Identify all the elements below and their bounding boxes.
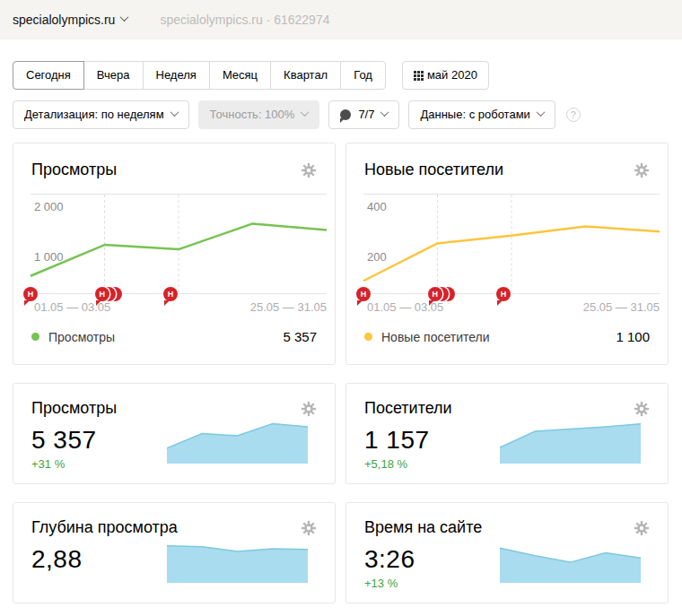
card-title: Просмотры	[31, 161, 117, 179]
filters-row: Детализация: по неделям Точность: 100% 7…	[13, 100, 669, 129]
y-axis-tick: 1 000	[34, 250, 64, 264]
tab-today[interactable]: Сегодня	[13, 61, 84, 90]
gear-icon[interactable]	[301, 162, 317, 178]
x-axis-right-label: 25.05 — 31.05	[583, 300, 660, 314]
tab-week[interactable]: Неделя	[143, 61, 210, 90]
sparkline-views	[167, 417, 308, 464]
card-views-chart: Просмотры 2 0001 000ННН 01.05 — 03.05 25…	[13, 143, 336, 365]
comments-dropdown-label: 7/7	[358, 108, 374, 121]
legend-value: 1 100	[616, 329, 650, 344]
site-selector[interactable]: specialolympics.ru	[13, 13, 127, 27]
period-tabs-row: Сегодня Вчера Неделя Месяц Квартал Год м…	[13, 61, 669, 90]
card-title: Посетители	[364, 399, 452, 418]
calendar-icon	[414, 71, 416, 74]
card-time-metric: Время на сайте 3:26 +13 %	[345, 502, 669, 603]
calendar-label: май 2020	[427, 68, 477, 82]
comment-marker[interactable]: Н	[428, 287, 442, 301]
tab-month[interactable]: Месяц	[209, 61, 271, 90]
legend-label: Просмотры	[48, 330, 115, 344]
gear-icon[interactable]	[301, 401, 317, 417]
x-axis-right-label: 25.05 — 31.05	[250, 300, 327, 314]
tab-quarter[interactable]: Квартал	[270, 61, 341, 90]
comment-marker[interactable]: Н	[356, 287, 371, 301]
chevron-down-icon	[120, 13, 129, 22]
chevron-down-icon	[380, 108, 389, 117]
detail-dropdown[interactable]: Детализация: по неделям	[13, 100, 189, 129]
card-depth-metric: Глубина просмотра 2,88	[13, 502, 336, 603]
y-axis-tick: 200	[367, 250, 387, 264]
legend-label: Новые посетители	[381, 330, 490, 344]
chevron-down-icon	[536, 108, 545, 117]
comment-marker[interactable]: Н	[163, 287, 178, 301]
top-bar: specialolympics.ru specialolympics.ru · …	[0, 0, 682, 39]
accuracy-dropdown-label: Точность: 100%	[210, 108, 295, 121]
legend-dot	[364, 333, 372, 341]
card-new-visitors-chart: Новые посетители 400200ННН 01.05 — 03.05…	[345, 143, 669, 365]
gear-icon[interactable]	[634, 162, 650, 178]
x-axis-labels: 01.05 — 03.05 25.05 — 31.05	[363, 294, 660, 314]
gear-icon[interactable]	[634, 401, 650, 417]
data-mode-dropdown[interactable]: Данные: с роботами	[408, 100, 555, 129]
card-title: Новые посетители	[364, 161, 503, 179]
legend-value: 5 357	[283, 329, 317, 344]
chevron-down-icon	[301, 108, 310, 117]
comment-marker[interactable]: Н	[95, 287, 109, 301]
chart-legend: Новые посетители 1 100	[364, 329, 650, 344]
sparkline-depth	[167, 536, 308, 583]
calendar-button[interactable]: май 2020	[402, 61, 489, 90]
card-views-metric: Просмотры 5 357 +31 %	[13, 383, 336, 484]
gear-icon[interactable]	[301, 520, 317, 536]
comment-marker[interactable]: Н	[23, 287, 38, 301]
y-axis-tick: 2 000	[34, 200, 64, 213]
detail-dropdown-label: Детализация: по неделям	[24, 108, 164, 121]
tab-year[interactable]: Год	[340, 61, 386, 90]
widgets-grid: Просмотры 2 0001 000ННН 01.05 — 03.05 25…	[13, 143, 669, 603]
legend-dot	[31, 333, 39, 341]
card-title: Время на сайте	[364, 518, 482, 537]
site-selector-label: specialolympics.ru	[13, 13, 115, 27]
comment-bubble-icon	[340, 109, 351, 120]
gear-icon[interactable]	[634, 520, 650, 536]
accuracy-dropdown: Точность: 100%	[198, 100, 320, 129]
site-info: specialolympics.ru · 61622974	[160, 13, 329, 27]
card-title: Просмотры	[31, 399, 117, 418]
data-mode-dropdown-label: Данные: с роботами	[420, 108, 529, 121]
line-chart-new-visitors[interactable]: 400200ННН	[363, 194, 660, 294]
period-tabs: Сегодня Вчера Неделя Месяц Квартал Год	[13, 61, 386, 90]
card-visitors-metric: Посетители 1 157 +5,18 %	[345, 383, 669, 484]
line-chart-views[interactable]: 2 0001 000ННН	[31, 194, 327, 294]
help-icon[interactable]: ?	[566, 108, 581, 122]
card-title: Глубина просмотра	[31, 518, 178, 537]
comment-marker[interactable]: Н	[496, 287, 511, 301]
sparkline-time	[500, 536, 641, 583]
chevron-down-icon	[170, 108, 179, 117]
y-axis-tick: 400	[367, 200, 387, 213]
comments-dropdown[interactable]: 7/7	[328, 100, 399, 129]
sparkline-visitors	[500, 417, 641, 464]
tab-yesterday[interactable]: Вчера	[83, 61, 144, 90]
chart-legend: Просмотры 5 357	[31, 329, 317, 344]
x-axis-labels: 01.05 — 03.05 25.05 — 31.05	[31, 294, 327, 314]
